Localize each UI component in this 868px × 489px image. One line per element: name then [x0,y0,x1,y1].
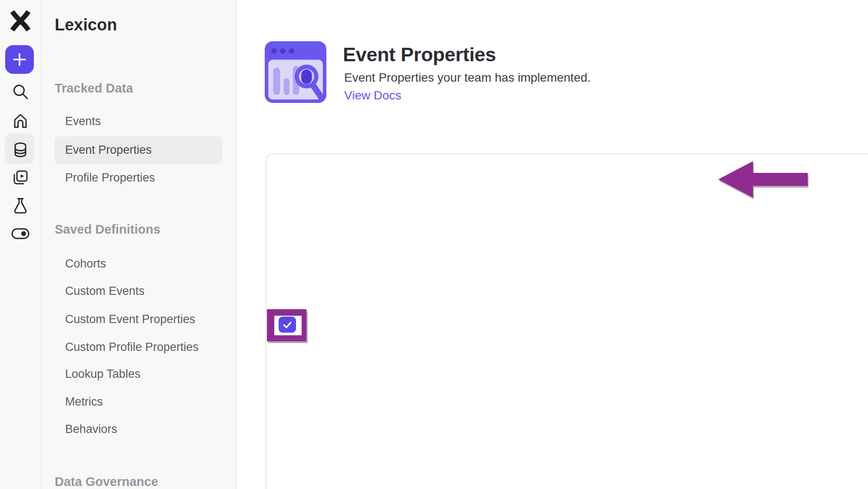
row-checkbox-checked[interactable] [279,317,296,333]
sidebar-item-profile-properties[interactable]: Profile Properties [65,171,155,185]
page-subtitle: Event Properties your team has implement… [344,71,591,85]
section-data-governance: Data Governance [55,475,158,489]
annotation-highlight-box [267,309,306,341]
sidebar-title: Lexicon [55,16,117,34]
search-icon[interactable] [11,83,30,101]
flask-icon[interactable] [11,196,30,215]
sidebar-item-custom-event-properties[interactable]: Custom Event Properties [65,313,195,326]
sidebar-item-custom-events[interactable]: Custom Events [65,284,145,298]
database-icon[interactable] [11,141,30,159]
sidebar-item-label: Event Properties [65,136,152,164]
sidebar-item-events[interactable]: Events [65,115,101,128]
section-tracked-data: Tracked Data [55,81,133,96]
sidebar-item-lookup-tables[interactable]: Lookup Tables [65,367,141,381]
toggle-icon[interactable] [11,228,30,240]
view-docs-link[interactable]: View Docs [344,89,401,102]
page-title: Event Properties [343,43,496,66]
plus-icon [12,52,27,67]
event-properties-card [266,153,868,489]
home-icon[interactable] [11,112,30,130]
section-saved-definitions: Saved Definitions [55,222,160,237]
icon-rail [0,0,40,489]
create-new-button[interactable] [5,45,34,74]
sidebar-item-metrics[interactable]: Metrics [65,395,103,409]
video-library-icon[interactable] [11,169,30,187]
sidebar-item-event-properties[interactable]: Event Properties [55,136,222,164]
event-properties-icon [265,41,326,103]
lexicon-sidebar: Lexicon Tracked Data Events Event Proper… [40,0,237,489]
mixpanel-logo-icon[interactable] [8,9,33,33]
sidebar-item-behaviors[interactable]: Behaviors [65,423,117,436]
annotation-arrow-icon [718,161,808,198]
sidebar-item-custom-profile-properties[interactable]: Custom Profile Properties [65,340,199,354]
sidebar-item-cohorts[interactable]: Cohorts [65,257,106,271]
check-icon [282,319,293,330]
